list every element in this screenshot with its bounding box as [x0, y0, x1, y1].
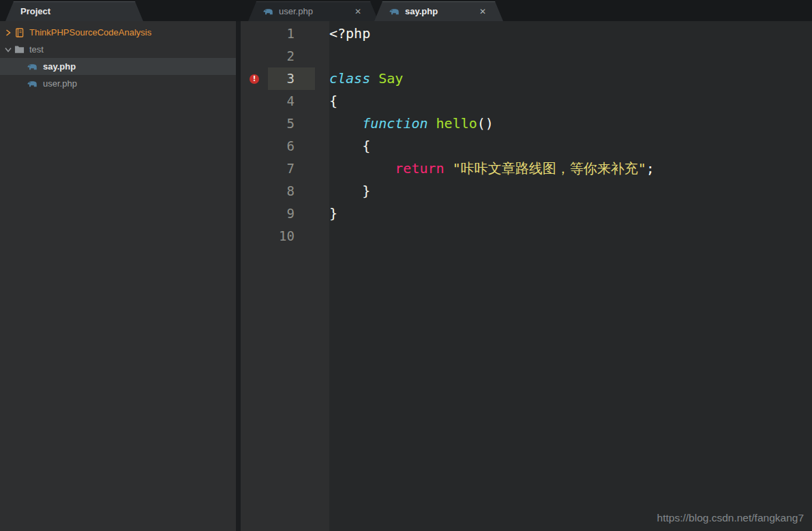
code-text: {	[329, 135, 370, 157]
php-file-icon	[389, 7, 400, 16]
tree-item-label: say.php	[43, 61, 76, 72]
line-number: 10	[268, 225, 315, 247]
line-number: 2	[268, 45, 315, 67]
error-gutter-cell: !	[241, 74, 268, 84]
project-panel-title: Project	[20, 6, 50, 16]
close-icon[interactable]: ✕	[352, 6, 363, 17]
code-line-6[interactable]: 6 {	[241, 135, 812, 157]
tree-item-thinkphpsourcecodeanalysis[interactable]: ThinkPHPSourceCodeAnalysis	[0, 24, 236, 41]
code-lines: 1<?php2!3class Say4{5 function hello()6 …	[241, 22, 812, 247]
book-icon	[14, 27, 25, 38]
line-number: 5	[268, 112, 315, 135]
code-text: }	[329, 202, 337, 225]
code-line-2[interactable]: 2	[241, 45, 812, 67]
tree-item-label: user.php	[43, 78, 77, 89]
tree-item-say-php[interactable]: say.php	[0, 58, 236, 75]
editor-tab-label: user.php	[279, 6, 313, 16]
tree-item-test[interactable]: test	[0, 41, 236, 58]
sidebar-editor-divider[interactable]	[236, 21, 241, 531]
line-number: 6	[268, 135, 315, 157]
code-text: class Say	[329, 67, 403, 90]
project-sidebar: ThinkPHPSourceCodeAnalysistestsay.phpuse…	[0, 21, 236, 531]
code-text: <?php	[329, 22, 370, 45]
line-number: 3	[268, 67, 315, 90]
tree-item-user-php[interactable]: user.php	[0, 75, 236, 92]
line-number: 4	[268, 90, 315, 112]
error-icon: !	[250, 74, 259, 84]
code-editor[interactable]: 1<?php2!3class Say4{5 function hello()6 …	[241, 21, 812, 531]
chevron-right-icon[interactable]	[3, 29, 14, 36]
code-text: {	[329, 90, 337, 112]
code-text: function hello()	[329, 112, 494, 135]
code-line-3[interactable]: !3class Say	[241, 67, 812, 90]
code-line-9[interactable]: 9}	[241, 202, 812, 225]
folder-icon	[14, 44, 25, 55]
code-line-5[interactable]: 5 function hello()	[241, 112, 812, 135]
code-line-7[interactable]: 7 return "咔咔文章路线图，等你来补充";	[241, 157, 812, 180]
php-file-icon	[263, 7, 274, 16]
code-text: return "咔咔文章路线图，等你来补充";	[329, 157, 655, 180]
code-line-4[interactable]: 4{	[241, 90, 812, 112]
tree-item-label: ThinkPHPSourceCodeAnalysis	[29, 27, 151, 37]
tree-item-label: test	[29, 44, 44, 55]
close-icon[interactable]: ✕	[477, 6, 488, 17]
chevron-down-icon[interactable]	[3, 46, 14, 53]
line-number: 8	[268, 180, 315, 202]
line-number: 9	[268, 202, 315, 225]
php-elephant-icon	[27, 78, 38, 89]
code-line-10[interactable]: 10	[241, 225, 812, 247]
php-elephant-icon	[27, 61, 38, 72]
sidebar-panel-tab-project[interactable]: Project	[5, 1, 143, 21]
code-text: }	[329, 180, 370, 202]
line-number: 7	[268, 157, 315, 180]
code-line-8[interactable]: 8 }	[241, 180, 812, 202]
editor-tab-user-php[interactable]: user.php ✕	[248, 1, 378, 21]
line-number: 1	[268, 22, 315, 45]
code-line-1[interactable]: 1<?php	[241, 22, 812, 45]
editor-tab-label: say.php	[405, 6, 438, 16]
editor-tab-say-php[interactable]: say.php ✕	[374, 1, 503, 21]
watermark-url: https://blog.csdn.net/fangkang7	[657, 512, 804, 524]
top-tab-bar: Project user.php ✕ say.php ✕	[0, 0, 812, 21]
project-tree: ThinkPHPSourceCodeAnalysistestsay.phpuse…	[0, 21, 236, 92]
